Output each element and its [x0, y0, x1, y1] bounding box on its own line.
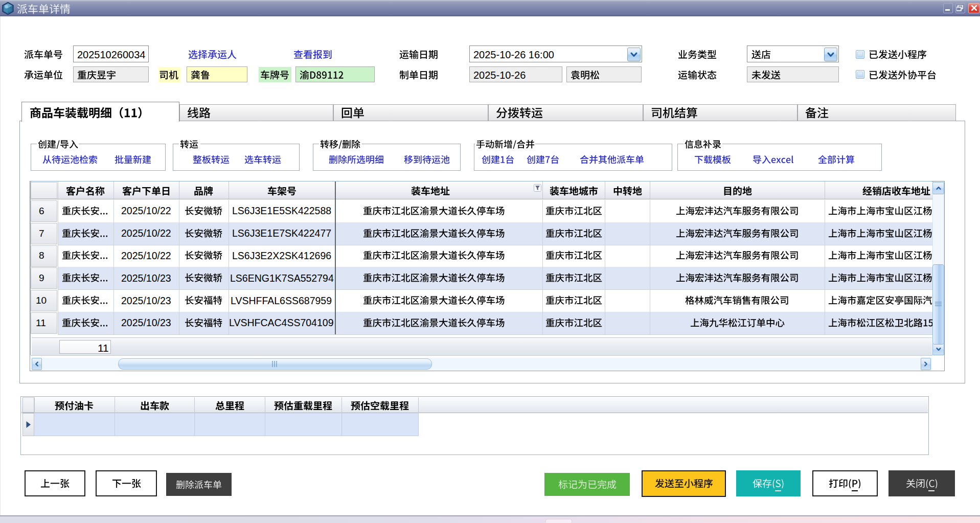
svg-text:202510260034: 202510260034 — [77, 49, 145, 60]
svg-text:2025-10-26: 2025-10-26 — [473, 70, 526, 81]
svg-text:11: 11 — [98, 342, 109, 354]
svg-text:2025-10-26 16:00: 2025-10-26 16:00 — [473, 49, 554, 60]
